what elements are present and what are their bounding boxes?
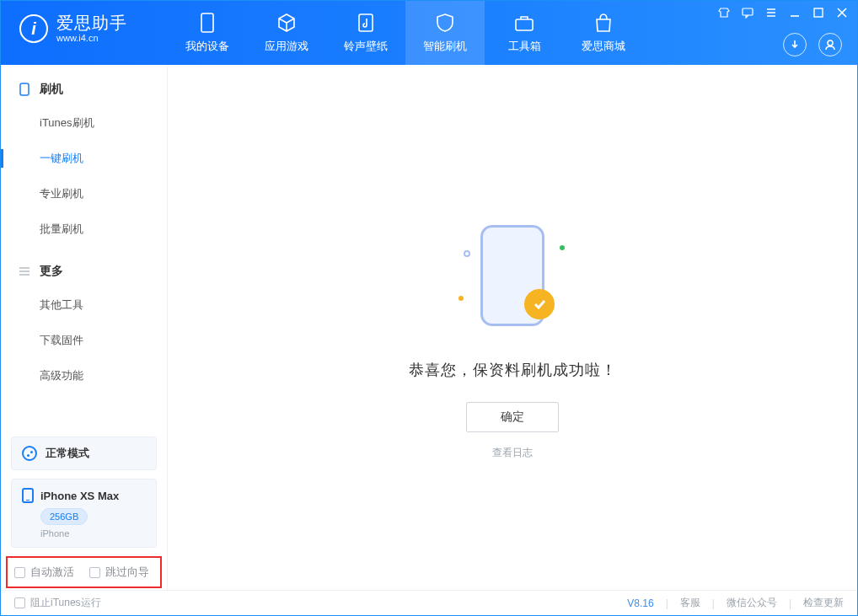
checkbox-skip-setup[interactable]: 跳过向导 bbox=[89, 565, 149, 580]
checkbox-label: 自动激活 bbox=[30, 565, 74, 580]
success-illustration bbox=[453, 217, 571, 335]
device-storage-badge: 256GB bbox=[40, 508, 88, 525]
music-file-icon bbox=[355, 12, 377, 34]
checkbox-icon bbox=[14, 597, 25, 608]
check-update-link[interactable]: 检查更新 bbox=[803, 596, 844, 610]
checkbox-auto-activate[interactable]: 自动激活 bbox=[14, 565, 74, 580]
spark-icon bbox=[560, 245, 565, 250]
mode-icon bbox=[22, 446, 37, 461]
brand-logo-icon: i bbox=[19, 14, 48, 43]
menu-icon[interactable] bbox=[763, 4, 780, 21]
tab-label: 我的设备 bbox=[185, 39, 229, 54]
version-label: V8.16 bbox=[627, 597, 653, 609]
mode-label: 正常模式 bbox=[46, 446, 89, 461]
sidebar-item-download-firmware[interactable]: 下载固件 bbox=[1, 323, 167, 358]
tab-smart-flash[interactable]: 智能刷机 bbox=[405, 1, 485, 65]
device-card[interactable]: iPhone XS Max 256GB iPhone bbox=[11, 479, 157, 548]
main-content: 恭喜您，保资料刷机成功啦！ 确定 查看日志 bbox=[168, 65, 857, 590]
sidebar-section-more: 更多 bbox=[1, 264, 167, 287]
maximize-icon[interactable] bbox=[810, 4, 827, 21]
spark-icon bbox=[464, 250, 470, 257]
sidebar-item-itunes-flash[interactable]: iTunes刷机 bbox=[1, 105, 167, 141]
svg-rect-2 bbox=[516, 19, 533, 30]
svg-rect-6 bbox=[20, 83, 29, 95]
checkbox-icon bbox=[89, 567, 100, 578]
shield-icon bbox=[434, 12, 456, 34]
ok-button[interactable]: 确定 bbox=[466, 402, 559, 432]
svg-rect-1 bbox=[359, 14, 373, 31]
brand-subtitle: www.i4.cn bbox=[56, 33, 127, 44]
device-icon bbox=[196, 12, 218, 34]
tab-label: 工具箱 bbox=[508, 39, 541, 54]
sidebar: 刷机 iTunes刷机 一键刷机 专业刷机 批量刷机 更多 其他工具 下载固件 … bbox=[1, 65, 168, 590]
tab-label: 爱思商城 bbox=[582, 39, 625, 54]
svg-rect-3 bbox=[743, 8, 753, 15]
cube-icon bbox=[276, 12, 298, 34]
spark-icon bbox=[458, 296, 464, 301]
brand-title: 爱思助手 bbox=[56, 13, 127, 33]
tab-my-device[interactable]: 我的设备 bbox=[168, 1, 247, 65]
sidebar-item-other-tools[interactable]: 其他工具 bbox=[1, 287, 167, 323]
device-phone-icon bbox=[22, 488, 34, 503]
section-title: 更多 bbox=[40, 264, 63, 279]
checkbox-label: 跳过向导 bbox=[105, 565, 149, 580]
svg-rect-0 bbox=[201, 13, 213, 32]
view-log-link[interactable]: 查看日志 bbox=[492, 446, 533, 460]
brand: i 爱思助手 www.i4.cn bbox=[1, 1, 168, 44]
check-badge-icon bbox=[524, 289, 555, 319]
checkbox-label: 阻止iTunes运行 bbox=[30, 596, 101, 610]
wechat-link[interactable]: 微信公众号 bbox=[727, 596, 777, 610]
support-link[interactable]: 客服 bbox=[680, 596, 700, 610]
sidebar-item-pro-flash[interactable]: 专业刷机 bbox=[1, 176, 167, 212]
svg-point-5 bbox=[828, 40, 833, 46]
status-bar: 阻止iTunes运行 V8.16 | 客服 | 微信公众号 | 检查更新 bbox=[1, 590, 857, 615]
title-bar: i 爱思助手 www.i4.cn 我的设备 应用游戏 铃声壁纸 智能刷机 工具箱 bbox=[1, 1, 857, 65]
window-controls bbox=[716, 4, 850, 21]
download-button[interactable] bbox=[783, 33, 807, 56]
checkbox-icon bbox=[14, 567, 25, 578]
top-tabs: 我的设备 应用游戏 铃声壁纸 智能刷机 工具箱 爱思商城 bbox=[168, 1, 643, 65]
tab-label: 智能刷机 bbox=[423, 39, 467, 54]
device-name: iPhone XS Max bbox=[40, 490, 119, 502]
sidebar-section-flash: 刷机 bbox=[1, 82, 167, 105]
list-icon bbox=[18, 265, 31, 278]
profile-button[interactable] bbox=[818, 33, 842, 56]
device-mode-card[interactable]: 正常模式 bbox=[11, 437, 157, 470]
tab-apps-games[interactable]: 应用游戏 bbox=[247, 1, 326, 65]
tab-label: 应用游戏 bbox=[265, 39, 308, 54]
tab-store[interactable]: 爱思商城 bbox=[564, 1, 643, 65]
phone-icon bbox=[18, 83, 31, 96]
success-message: 恭喜您，保资料刷机成功啦！ bbox=[409, 360, 617, 380]
sidebar-item-batch-flash[interactable]: 批量刷机 bbox=[1, 212, 167, 247]
header-actions bbox=[783, 33, 842, 56]
checkbox-block-itunes[interactable]: 阻止iTunes运行 bbox=[14, 596, 101, 610]
device-type: iPhone bbox=[40, 528, 146, 538]
close-icon[interactable] bbox=[834, 4, 850, 21]
sidebar-item-advanced[interactable]: 高级功能 bbox=[1, 358, 167, 394]
tab-ring-wallpaper[interactable]: 铃声壁纸 bbox=[326, 1, 405, 65]
sidebar-item-onekey-flash[interactable]: 一键刷机 bbox=[1, 141, 167, 176]
bag-icon bbox=[593, 12, 614, 34]
toolbox-icon bbox=[513, 12, 535, 34]
tab-label: 铃声壁纸 bbox=[344, 39, 388, 54]
skin-icon[interactable] bbox=[716, 4, 732, 21]
section-title: 刷机 bbox=[40, 82, 63, 97]
minimize-icon[interactable] bbox=[786, 4, 803, 21]
feedback-icon[interactable] bbox=[739, 4, 756, 21]
svg-rect-4 bbox=[814, 8, 823, 17]
tab-toolbox[interactable]: 工具箱 bbox=[485, 1, 564, 65]
highlight-options: 自动激活 跳过向导 bbox=[6, 556, 162, 588]
